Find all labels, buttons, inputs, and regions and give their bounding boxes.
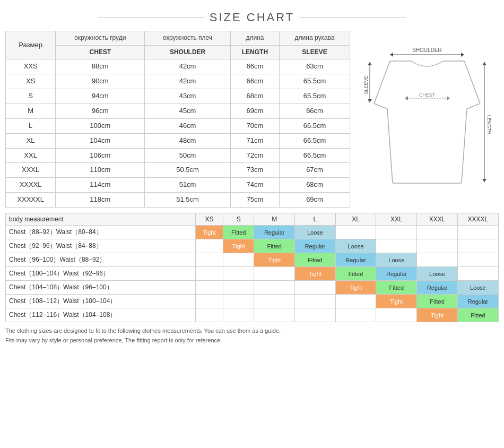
table-header-en: CHEST SHOULDER LENGTH SLEEVE	[6, 45, 350, 59]
body-cell	[457, 226, 498, 239]
body-table-row: Chest（104–108）Waist（96–100）TightFittedRe…	[6, 281, 499, 295]
body-table-row: Chest（112–116）Waist（104–108）TightFitted	[6, 308, 499, 322]
table-row: XXS88cm42cm66cm63cm	[6, 59, 350, 74]
main-section: Размер окружность груди окружность плеч …	[5, 31, 499, 208]
body-cell: Tight	[335, 281, 376, 295]
table-row: S94cm43cm68cm65.5cm	[6, 89, 350, 104]
title-line-right	[300, 18, 406, 18]
body-cell	[335, 308, 376, 322]
svg-line-11	[462, 109, 467, 183]
body-cell	[376, 239, 417, 253]
size-table: Размер окружность груди окружность плеч …	[5, 31, 350, 208]
body-measurement-section: body measurement XS S M L XL XXL XXXL XX…	[5, 213, 499, 322]
table-row: L100cm46cm70cm66.5cm	[6, 118, 350, 133]
body-row-label: Chest（108–112）Waist（100–104）	[6, 295, 196, 308]
col-xl: XL	[335, 213, 376, 226]
header-sleeve-en: SLEEVE	[280, 45, 350, 59]
body-table: body measurement XS S M L XL XXL XXXL XX…	[5, 213, 499, 322]
table-row: XXXXL114cm51cm74cm68cm	[6, 178, 350, 193]
svg-marker-15	[447, 96, 450, 100]
body-cell	[295, 295, 336, 308]
col-l: L	[295, 213, 336, 226]
svg-line-8	[374, 104, 387, 109]
footer-line1: The clothing sizes are designed to fit t…	[5, 326, 499, 336]
body-cell	[254, 281, 295, 295]
svg-line-10	[387, 109, 393, 183]
body-cell	[195, 253, 223, 267]
svg-marker-14	[405, 96, 408, 100]
body-cell: Tight	[195, 226, 223, 239]
body-cell: Fitted	[335, 267, 376, 281]
body-cell	[376, 308, 417, 322]
body-cell	[223, 267, 254, 281]
body-cell: Tight	[417, 308, 458, 322]
body-cell: Loose	[376, 253, 417, 267]
footer-line2: Fits may vary by style or personal prefe…	[5, 336, 499, 346]
body-table-header: body measurement XS S M L XL XXL XXXL XX…	[6, 213, 499, 226]
body-row-label: Chest（88–92）Waist（80–84）	[6, 226, 196, 239]
body-cell	[376, 226, 417, 239]
page-title: SIZE CHART	[5, 11, 499, 24]
body-cell: Regular	[254, 226, 295, 239]
body-cell	[457, 239, 498, 253]
garment-diagram: SHOULDER CHEST	[358, 40, 496, 199]
table-row: XXXL110cm50.5cm73cm67cm	[6, 163, 350, 178]
body-cell: Regular	[417, 281, 458, 295]
body-table-row: Chest（96–100）Waist（88–92）TightFittedRegu…	[6, 253, 499, 267]
svg-line-9	[467, 104, 480, 109]
body-cell: Tight	[295, 267, 336, 281]
body-cell	[335, 226, 376, 239]
table-row: XS90cm42cm66cm65.5cm	[6, 74, 350, 89]
body-cell: Regular	[295, 239, 336, 253]
body-cell: Loose	[417, 267, 458, 281]
body-cell	[254, 308, 295, 322]
body-cell: Regular	[457, 295, 498, 308]
body-cell	[195, 267, 223, 281]
body-cell	[195, 308, 223, 322]
svg-marker-18	[368, 62, 372, 65]
body-cell: Fitted	[417, 295, 458, 308]
body-table-body: Chest（88–92）Waist（80–84）TightFittedRegul…	[6, 226, 499, 322]
body-cell: Regular	[335, 253, 376, 267]
header-size-ru: Размер	[6, 31, 56, 59]
table-row: XL104cm48cm71cm66.5cm	[6, 133, 350, 148]
body-table-row: Chest（92–96）Waist（84–88）TightFittedRegul…	[6, 239, 499, 253]
size-table-body: XXS88cm42cm66cm63cmXS90cm42cm66cm65.5cmS…	[6, 59, 350, 208]
body-cell	[223, 253, 254, 267]
body-cell	[417, 253, 458, 267]
body-cell	[223, 281, 254, 295]
body-table-row: Chest（108–112）Waist（100–104）TightFittedR…	[6, 295, 499, 308]
body-row-label: Chest（104–108）Waist（96–100）	[6, 281, 196, 295]
svg-text:SHOULDER: SHOULDER	[412, 47, 442, 53]
col-xxxl: XXXL	[417, 213, 458, 226]
body-measurement-header: body measurement	[6, 213, 196, 226]
body-cell: Fitted	[457, 308, 498, 322]
col-m: M	[254, 213, 295, 226]
body-cell	[254, 295, 295, 308]
svg-text:SLEEVE: SLEEVE	[363, 75, 369, 94]
body-cell	[223, 308, 254, 322]
body-cell	[417, 226, 458, 239]
table-row: XXXXXL118cm51.5cm75cm69cm	[6, 193, 350, 208]
body-table-row: Chest（88–92）Waist（80–84）TightFittedRegul…	[6, 226, 499, 239]
size-table-wrapper: Размер окружность груди окружность плеч …	[5, 31, 350, 208]
header-sleeve-ru: длина рукава	[280, 31, 350, 46]
body-cell: Fitted	[295, 253, 336, 267]
table-row: XXL106cm50cm72cm66.5cm	[6, 148, 350, 163]
body-cell: Loose	[295, 226, 336, 239]
svg-line-7	[464, 61, 480, 104]
svg-text:CHEST: CHEST	[419, 92, 436, 98]
header-chest-en: CHEST	[56, 45, 145, 59]
body-cell	[195, 239, 223, 253]
svg-line-6	[374, 61, 390, 104]
header-length-en: LENGTH	[230, 45, 279, 59]
body-cell: Tight	[223, 239, 254, 253]
title-line-left	[98, 18, 204, 18]
svg-marker-1	[390, 53, 393, 57]
body-cell: Regular	[376, 267, 417, 281]
body-cell	[295, 281, 336, 295]
header-length-ru: длина	[230, 31, 279, 46]
body-cell: Fitted	[376, 281, 417, 295]
col-xxxxl: XXXXL	[457, 213, 498, 226]
header-shoulder-en: SHOULDER	[145, 45, 230, 59]
